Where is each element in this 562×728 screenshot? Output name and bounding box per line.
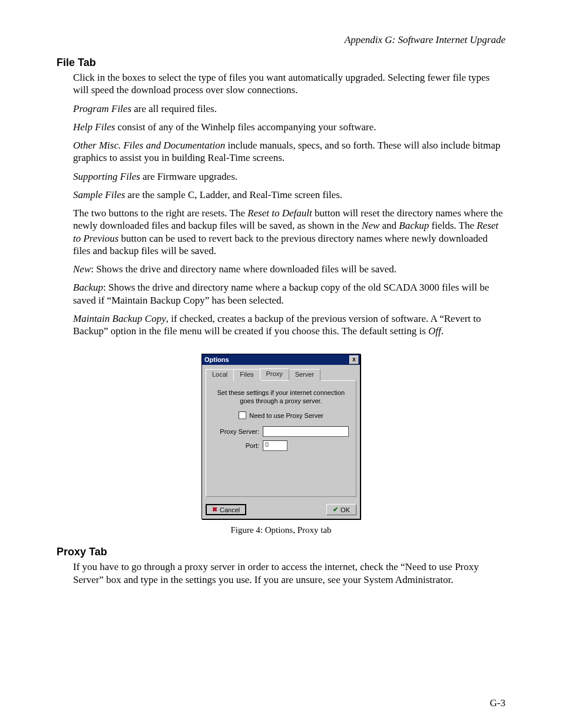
- text: button can be used to revert back to the…: [73, 233, 488, 256]
- tab-proxy[interactable]: Proxy: [260, 368, 289, 380]
- term-help-files: Help Files: [73, 121, 115, 133]
- need-proxy-checkbox[interactable]: [239, 411, 246, 419]
- ok-button[interactable]: ✔ OK: [326, 504, 356, 515]
- proxy-server-row: Proxy Server:: [213, 426, 349, 437]
- port-row: Port: 0: [213, 440, 349, 451]
- text: .: [441, 325, 444, 337]
- page-number: G-3: [490, 697, 505, 709]
- term-sample-files: Sample Files: [73, 189, 125, 200]
- term-other-misc: Other Misc. Files and Documentation: [73, 140, 225, 151]
- paragraph: Click in the boxes to select the type of…: [73, 71, 505, 97]
- dialog-client: Local Files Proxy Server Set these setti…: [202, 365, 360, 502]
- figure-caption: Figure 4: Options, Proxy tab: [57, 525, 505, 535]
- text: : Shows the drive and directory name whe…: [73, 282, 489, 305]
- term-off: Off: [428, 325, 441, 337]
- heading-file-tab: File Tab: [57, 57, 505, 69]
- file-tab-body: Click in the boxes to select the type of…: [57, 71, 505, 337]
- text: The two buttons to the right are resets.…: [73, 207, 247, 219]
- paragraph: Help Files consist of any of the Winhelp…: [73, 121, 505, 133]
- text: are Firmware upgrades.: [140, 171, 237, 182]
- text: are all required files.: [131, 103, 217, 114]
- need-proxy-label: Need to use Proxy Server: [249, 412, 323, 419]
- port-label: Port:: [213, 442, 263, 449]
- text: and: [379, 220, 399, 231]
- paragraph: The two buttons to the right are resets.…: [73, 207, 505, 257]
- ok-button-label: OK: [340, 506, 350, 513]
- figure-options-proxy: Options x Local Files Proxy Server Set t…: [57, 354, 505, 519]
- proxy-tab-body: If you have to go through a proxy server…: [57, 561, 505, 586]
- paragraph: New: Shows the drive and directory name …: [73, 263, 505, 275]
- tabstrip: Local Files Proxy Server: [206, 368, 356, 380]
- cancel-button[interactable]: ✖ Cancel: [206, 504, 246, 515]
- term-backup: Backup: [399, 220, 429, 231]
- paragraph: Other Misc. Files and Documentation incl…: [73, 139, 505, 164]
- need-proxy-row: Need to use Proxy Server: [213, 411, 349, 419]
- term-reset-default: Reset to Default: [247, 207, 312, 219]
- tab-local[interactable]: Local: [206, 369, 234, 381]
- text: fields. The: [429, 220, 477, 231]
- tabpanel-proxy: Set these settings if your internet conn…: [206, 380, 356, 497]
- cancel-button-label: Cancel: [220, 506, 240, 513]
- proxy-server-label: Proxy Server:: [213, 428, 263, 435]
- term-new: New: [362, 220, 379, 231]
- dialog-title: Options: [204, 356, 229, 363]
- paragraph: Maintain Backup Copy, if checked, create…: [73, 312, 505, 338]
- paragraph: Sample Files are the sample C, Ladder, a…: [73, 189, 505, 201]
- tab-server[interactable]: Server: [289, 369, 320, 381]
- check-icon: ✔: [333, 506, 338, 513]
- text: : Shows the drive and directory name whe…: [91, 263, 396, 275]
- heading-proxy-tab: Proxy Tab: [57, 546, 505, 558]
- term-program-files: Program Files: [73, 103, 131, 114]
- cancel-icon: ✖: [212, 506, 217, 513]
- tab-files[interactable]: Files: [233, 369, 260, 381]
- term-new-field: New: [73, 263, 91, 275]
- page: Appendix G: Software Internet Upgrade Fi…: [0, 0, 562, 728]
- dialog-buttons: ✖ Cancel ✔ OK: [202, 502, 360, 519]
- proxy-server-input[interactable]: [263, 426, 349, 437]
- term-maintain-backup: Maintain Backup Copy: [73, 313, 166, 324]
- dialog-titlebar[interactable]: Options x: [202, 354, 360, 365]
- options-dialog: Options x Local Files Proxy Server Set t…: [201, 354, 361, 519]
- paragraph: Program Files are all required files.: [73, 103, 505, 115]
- running-header: Appendix G: Software Internet Upgrade: [57, 34, 505, 46]
- port-input[interactable]: 0: [263, 440, 287, 451]
- text: consist of any of the Winhelp files acco…: [115, 121, 376, 133]
- text: are the sample C, Ladder, and Real-Time …: [125, 189, 342, 200]
- paragraph: If you have to go through a proxy server…: [73, 561, 505, 586]
- close-icon[interactable]: x: [349, 355, 359, 364]
- term-backup-field: Backup: [73, 282, 103, 293]
- paragraph: Supporting Files are Firmware upgrades.: [73, 170, 505, 183]
- paragraph: Backup: Shows the drive and directory na…: [73, 281, 505, 307]
- proxy-instruction: Set these settings if your internet conn…: [213, 389, 349, 406]
- term-supporting-files: Supporting Files: [73, 171, 140, 182]
